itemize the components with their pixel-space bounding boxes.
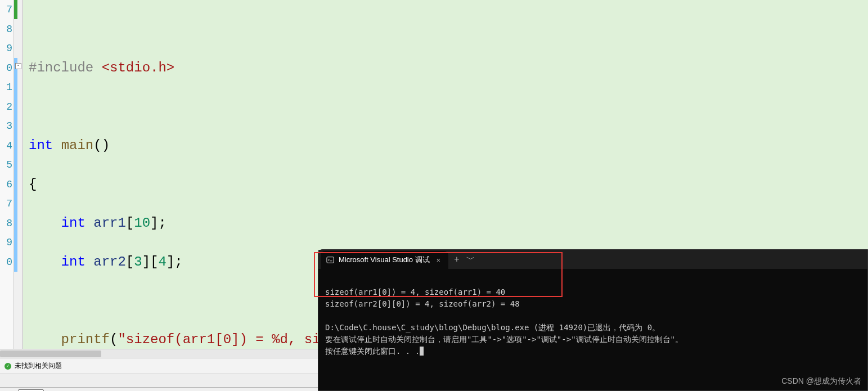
terminal-output[interactable]: sizeof(arr1[0]) = 4, sizeof(arr1) = 40 s… [318, 269, 867, 375]
change-marker [14, 58, 17, 272]
status-ok-icon: ✓ [5, 363, 11, 370]
keyword-int: int [61, 215, 86, 231]
config-dropdown[interactable]: 调试 [18, 389, 44, 392]
line-num: 4 [0, 136, 12, 156]
output-line: 按任意键关闭此窗口. . . [325, 347, 420, 356]
line-num: 8 [0, 20, 12, 39]
svg-rect-0 [327, 257, 334, 263]
line-num: 1 [0, 78, 12, 97]
output-line: D:\Code\C.house\C_study\blog\Debug\blog.… [325, 323, 660, 332]
terminal-cursor [420, 347, 424, 356]
keyword-int: int [61, 254, 86, 269]
debug-console-window: Microsoft Visual Studio 调试 × + ﹀ sizeof(… [318, 249, 868, 391]
line-num: 2 [0, 97, 12, 117]
output-line: sizeof(arr2[0][0]) = 4, sizeof(arr2) = 4… [325, 299, 520, 308]
terminal-icon [326, 256, 334, 264]
line-num: 9 [0, 39, 12, 59]
line-num: 0 [0, 59, 12, 78]
func-main: main [61, 138, 94, 153]
watermark: CSDN @想成为传火者 [781, 376, 861, 386]
tab-dropdown-icon[interactable]: ﹀ [466, 254, 475, 266]
line-number-gutter: 7 8 9 0 1 2 3 4 5 6 7 8 9 0 [0, 0, 14, 349]
output-line: sizeof(arr1[0]) = 4, sizeof(arr1) = 40 [325, 287, 505, 296]
line-num: 8 [0, 214, 12, 233]
var-arr2: arr2 [93, 254, 126, 269]
terminal-tab-title: Microsoft Visual Studio 调试 [339, 255, 430, 265]
new-tab-icon[interactable]: + [454, 254, 459, 264]
scrollbar-thumb[interactable] [0, 350, 101, 357]
change-marker [14, 0, 17, 19]
output-line: 要在调试停止时自动关闭控制台，请启用"工具"->"选项"->"调试"->"调试停… [325, 335, 683, 344]
terminal-tab[interactable]: Microsoft Visual Studio 调试 × [321, 251, 448, 269]
func-printf: printf [61, 332, 110, 347]
line-num: 6 [0, 175, 12, 195]
no-issues-label: 未找到相关问题 [15, 361, 62, 371]
line-num: 7 [0, 0, 12, 20]
terminal-titlebar[interactable]: Microsoft Visual Studio 调试 × + ﹀ [318, 250, 867, 269]
line-num: 5 [0, 155, 12, 175]
fold-column: - [14, 0, 23, 349]
line-num: 3 [0, 116, 12, 136]
include-header: <stdio.h> [102, 60, 175, 75]
var-arr1: arr1 [93, 215, 126, 231]
fold-toggle-icon[interactable]: - [15, 63, 21, 69]
line-num: 7 [0, 194, 12, 214]
close-tab-icon[interactable]: × [434, 256, 443, 264]
preprocessor: #include [29, 60, 102, 75]
keyword-int: int [29, 138, 53, 153]
line-num: 9 [0, 233, 12, 253]
line-num: 0 [0, 253, 12, 272]
